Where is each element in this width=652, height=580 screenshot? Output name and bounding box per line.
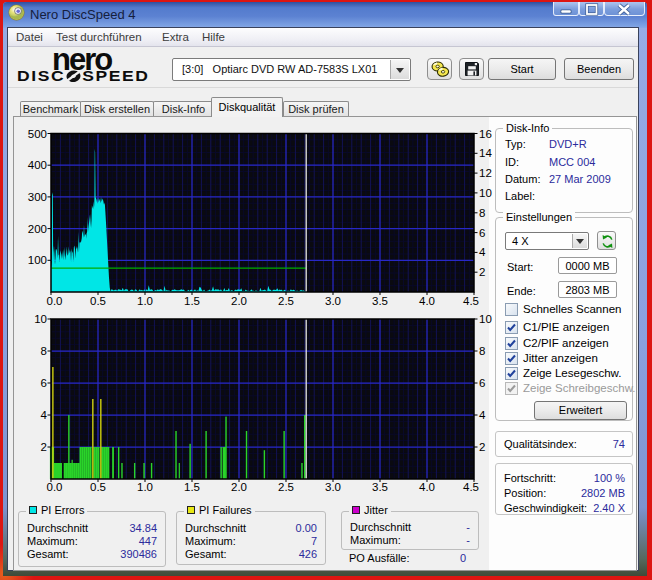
svg-text:8: 8 bbox=[479, 345, 485, 357]
svg-text:8: 8 bbox=[479, 207, 485, 219]
svg-text:2: 2 bbox=[479, 266, 485, 278]
svg-text:2: 2 bbox=[479, 441, 485, 453]
svg-text:400: 400 bbox=[28, 159, 47, 171]
svg-text:4: 4 bbox=[479, 409, 486, 421]
svg-text:4.0: 4.0 bbox=[419, 481, 435, 493]
svg-text:3.5: 3.5 bbox=[372, 295, 388, 307]
svg-text:16: 16 bbox=[479, 128, 492, 140]
svg-text:6: 6 bbox=[41, 377, 47, 389]
svg-text:2: 2 bbox=[41, 441, 47, 453]
svg-text:0.5: 0.5 bbox=[90, 481, 106, 493]
svg-text:4: 4 bbox=[479, 246, 486, 258]
svg-text:10: 10 bbox=[479, 313, 492, 325]
svg-text:200: 200 bbox=[28, 223, 47, 235]
svg-text:8: 8 bbox=[41, 345, 47, 357]
svg-text:2.5: 2.5 bbox=[278, 481, 294, 493]
svg-text:1.0: 1.0 bbox=[137, 295, 153, 307]
svg-text:10: 10 bbox=[34, 313, 47, 325]
svg-text:3.5: 3.5 bbox=[372, 481, 388, 493]
svg-text:1.5: 1.5 bbox=[184, 295, 200, 307]
svg-text:4.5: 4.5 bbox=[463, 481, 479, 493]
svg-text:10: 10 bbox=[479, 187, 492, 199]
svg-text:0.0: 0.0 bbox=[47, 481, 63, 493]
svg-text:3.0: 3.0 bbox=[325, 295, 341, 307]
svg-text:12: 12 bbox=[479, 167, 492, 179]
svg-text:14: 14 bbox=[479, 147, 492, 159]
svg-text:500: 500 bbox=[28, 128, 47, 140]
svg-text:4.0: 4.0 bbox=[419, 295, 435, 307]
svg-text:6: 6 bbox=[479, 227, 485, 239]
svg-text:1.0: 1.0 bbox=[137, 481, 153, 493]
svg-text:0.0: 0.0 bbox=[47, 295, 63, 307]
svg-text:300: 300 bbox=[28, 191, 47, 203]
svg-text:4: 4 bbox=[41, 409, 48, 421]
svg-text:2.0: 2.0 bbox=[231, 295, 247, 307]
svg-text:100: 100 bbox=[28, 254, 47, 266]
svg-text:3.0: 3.0 bbox=[325, 481, 341, 493]
svg-text:1.5: 1.5 bbox=[184, 481, 200, 493]
svg-text:2.0: 2.0 bbox=[231, 481, 247, 493]
svg-text:2.5: 2.5 bbox=[278, 295, 294, 307]
svg-text:4.5: 4.5 bbox=[463, 295, 479, 307]
svg-text:6: 6 bbox=[479, 377, 485, 389]
svg-text:0.5: 0.5 bbox=[90, 295, 106, 307]
